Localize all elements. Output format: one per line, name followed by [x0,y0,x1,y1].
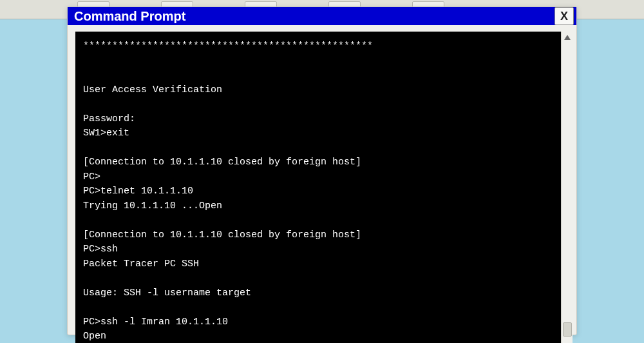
close-icon: X [560,10,568,23]
command-prompt-window: Command Prompt X ***********************… [67,6,577,335]
scroll-thumb[interactable] [563,322,572,337]
window-title: Command Prompt [74,9,185,24]
close-button[interactable]: X [554,7,574,25]
terminal-container: ****************************************… [68,25,576,343]
terminal-output[interactable]: ****************************************… [75,32,561,343]
scrollbar[interactable] [561,32,573,343]
scroll-track[interactable] [562,43,573,343]
titlebar[interactable]: Command Prompt X [68,7,576,25]
svg-marker-0 [564,35,571,40]
scroll-up-arrow-icon[interactable] [562,32,573,43]
